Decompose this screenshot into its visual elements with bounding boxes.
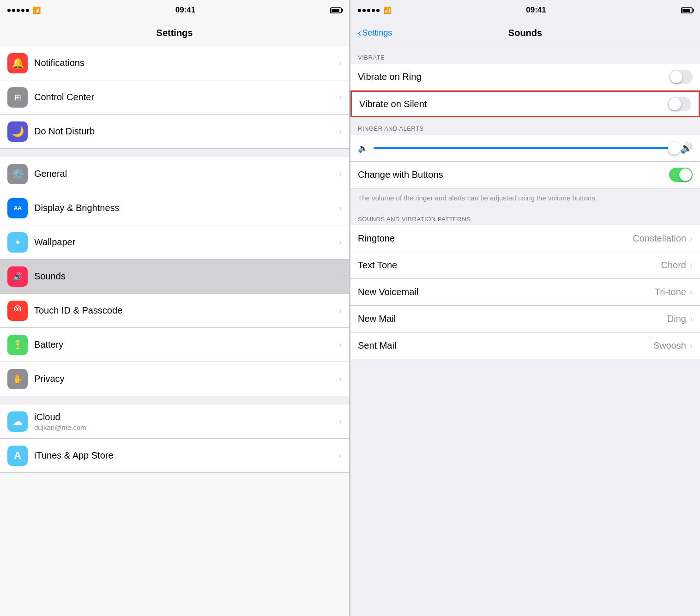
right-nav-header: ‹ Settings Sounds (350, 20, 700, 46)
right-battery-icon (681, 7, 693, 13)
right-status-bar: 📶 09:41 (350, 0, 700, 20)
group-gap-1 (0, 149, 349, 157)
text-tone-row[interactable]: Text Tone Chord › (350, 252, 700, 279)
ringtone-value: Constellation (633, 233, 686, 244)
icloud-chevron: › (339, 417, 342, 426)
vibrate-silent-toggle-thumb (669, 98, 681, 110)
vibrate-ring-row[interactable]: Vibrate on Ring (350, 64, 700, 91)
sidebar-item-icloud[interactable]: ☁ iCloud dujkan@me.com › (0, 405, 349, 439)
sidebar-item-display[interactable]: AA Display & Brightness › (0, 191, 349, 225)
wifi-icon: 📶 (33, 6, 41, 14)
sidebar-item-wallpaper[interactable]: ✦ Wallpaper › (0, 225, 349, 260)
sent-mail-row[interactable]: Sent Mail Swoosh › (350, 332, 700, 359)
vibrate-header-text: VIBRATE (358, 54, 385, 61)
sidebar-item-privacy[interactable]: ✋ Privacy › (0, 362, 349, 396)
sidebar-item-do-not-disturb[interactable]: 🌙 Do Not Disturb › (0, 115, 349, 149)
left-settings-list: 🔔 Notifications › ⊞ Control Center › 🌙 D… (0, 46, 349, 616)
left-status-bar: 📶 09:41 (0, 0, 349, 20)
sidebar-item-notifications[interactable]: 🔔 Notifications › (0, 46, 349, 80)
ringer-description: The volume of the ringer and alerts can … (350, 188, 700, 208)
back-button[interactable]: ‹ Settings (358, 27, 392, 39)
sidebar-item-control-center[interactable]: ⊞ Control Center › (0, 80, 349, 115)
left-status-left: 📶 (7, 6, 41, 14)
change-buttons-toggle-thumb (679, 169, 692, 181)
change-buttons-row[interactable]: Change with Buttons (350, 162, 700, 188)
sounds-patterns-header: SOUNDS AND VIBRATION PATTERNS (350, 208, 700, 225)
sidebar-item-sounds[interactable]: 🔊 Sounds › (0, 260, 349, 294)
signal-dot-4 (21, 9, 24, 12)
ringtone-chevron: › (690, 234, 693, 243)
sounds-text: Sounds (34, 271, 339, 282)
right-time: 09:41 (526, 6, 546, 15)
wallpaper-text: Wallpaper (34, 237, 339, 248)
privacy-label: Privacy (34, 374, 339, 384)
battery-chevron: › (339, 340, 342, 350)
left-nav-header: Settings (0, 20, 349, 46)
icloud-text: iCloud dujkan@me.com (34, 412, 339, 431)
battery-icon-row: 🔋 (7, 335, 28, 355)
vibrate-silent-toggle[interactable] (668, 97, 691, 111)
new-mail-value: Ding (667, 314, 686, 324)
do-not-disturb-label: Do Not Disturb (34, 126, 339, 137)
icloud-sublabel: dujkan@me.com (34, 423, 339, 431)
right-signal-dot-3 (367, 9, 370, 12)
new-mail-label: New Mail (358, 314, 667, 324)
left-status-right (330, 7, 342, 13)
sidebar-item-general[interactable]: ⚙️ General › (0, 157, 349, 191)
signal-dot-2 (12, 9, 15, 12)
group-2: ⚙️ General › AA Display & Brightness › ✦… (0, 157, 349, 396)
display-icon: AA (7, 198, 28, 218)
left-battery-icon (330, 7, 342, 13)
display-chevron: › (339, 203, 342, 213)
back-chevron-icon: ‹ (358, 27, 361, 39)
new-voicemail-row[interactable]: New Voicemail Tri-tone › (350, 279, 700, 306)
left-panel: 📶 09:41 Settings 🔔 Notifications › ⊞ (0, 0, 350, 616)
notifications-icon: 🔔 (7, 53, 28, 73)
right-status-right (681, 7, 693, 13)
wallpaper-label: Wallpaper (34, 237, 339, 248)
wallpaper-chevron: › (339, 237, 342, 247)
sidebar-item-battery[interactable]: 🔋 Battery › (0, 328, 349, 362)
sidebar-item-itunes[interactable]: A iTunes & App Store › (0, 439, 349, 473)
back-label: Settings (362, 28, 392, 38)
signal-dot-1 (7, 9, 11, 12)
general-chevron: › (339, 169, 342, 179)
sounds-label: Sounds (34, 271, 339, 282)
do-not-disturb-icon: 🌙 (7, 121, 28, 142)
touch-id-icon (7, 301, 28, 321)
ringer-section: 🔈 🔊 Change with Buttons (350, 135, 700, 188)
fingerprint-svg (12, 305, 23, 316)
do-not-disturb-chevron: › (339, 127, 342, 136)
right-page-title: Sounds (508, 28, 542, 38)
icloud-icon: ☁ (7, 411, 28, 432)
sidebar-item-touch-id[interactable]: Touch ID & Passcode › (0, 294, 349, 328)
new-mail-row[interactable]: New Mail Ding › (350, 306, 700, 332)
control-center-chevron: › (339, 92, 342, 102)
left-battery-fill (332, 9, 339, 12)
sounds-icon: 🔊 (7, 266, 28, 287)
svg-point-0 (17, 308, 18, 310)
right-signal-dot-1 (358, 9, 361, 12)
text-tone-label: Text Tone (358, 260, 661, 271)
vibrate-ring-label: Vibrate on Ring (358, 72, 669, 82)
vibrate-ring-toggle[interactable] (669, 70, 693, 84)
battery-label: Battery (34, 339, 339, 350)
privacy-chevron: › (339, 374, 342, 384)
sent-mail-value: Swoosh (653, 340, 686, 351)
group-3: ☁ iCloud dujkan@me.com › A iTunes & App … (0, 405, 349, 473)
change-buttons-toggle[interactable] (669, 168, 693, 182)
volume-slider-row: 🔈 🔊 (350, 135, 700, 162)
vibrate-silent-label: Vibrate on Silent (359, 99, 668, 109)
general-label: General (34, 169, 339, 179)
touch-id-text: Touch ID & Passcode (34, 305, 339, 316)
right-status-left: 📶 (358, 6, 391, 14)
touch-id-chevron: › (339, 306, 342, 315)
sent-mail-label: Sent Mail (358, 340, 653, 351)
vibrate-silent-row[interactable]: Vibrate on Silent (350, 91, 700, 117)
ringtone-row[interactable]: Ringtone Constellation › (350, 225, 700, 252)
sent-mail-chevron: › (690, 341, 693, 350)
volume-slider-track[interactable] (374, 147, 675, 149)
display-text: Display & Brightness (34, 203, 339, 213)
right-signal-dot-2 (362, 9, 366, 12)
right-signal-dots (358, 9, 380, 12)
